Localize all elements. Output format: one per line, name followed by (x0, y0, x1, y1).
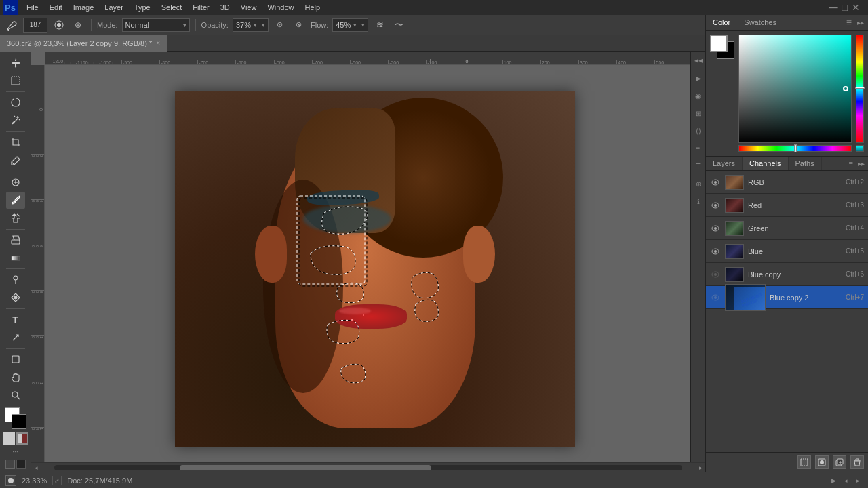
right-panel-icon-4[interactable]: ⟨⟩ (692, 125, 705, 137)
horizontal-scrollbar[interactable]: ◂ ▸ (31, 462, 705, 472)
right-panel-icon-5[interactable]: ≡ (692, 142, 705, 155)
minimize-button[interactable]: ─ (829, 1, 838, 15)
shape-tool[interactable] (6, 351, 25, 368)
layers-panel-menu[interactable]: ≡ (845, 157, 857, 170)
menu-window[interactable]: Window (262, 2, 298, 13)
swatches-tab[interactable]: Swatches (741, 18, 779, 26)
channel-visibility-green[interactable] (710, 223, 721, 234)
brush-size-dropdown[interactable]: 187 (23, 18, 47, 33)
scroll-left-btn[interactable]: ◂ (31, 464, 41, 472)
right-panel-icon-3[interactable]: ⊞ (692, 107, 705, 119)
hue-v-thumb[interactable] (855, 87, 865, 89)
right-panel-icon-2[interactable]: ◉ (692, 89, 705, 102)
menu-select[interactable]: Select (157, 2, 187, 13)
canvas-image[interactable] (175, 91, 575, 447)
saturation-slider[interactable] (856, 145, 864, 152)
channel-row-red[interactable]: Red Ctrl+3 (706, 194, 868, 217)
new-channel-btn[interactable] (833, 455, 846, 469)
eraser-tool[interactable] (6, 231, 25, 248)
hue-slider[interactable] (738, 145, 852, 152)
flow-input[interactable]: 45% ▾ (332, 18, 368, 32)
channel-visibility-bluecopy[interactable] (710, 269, 721, 280)
foreground-color[interactable] (710, 35, 728, 52)
menu-file[interactable]: File (22, 2, 43, 13)
layers-panel-collapse[interactable]: ▸▸ (857, 160, 868, 167)
menu-help[interactable]: Help (300, 2, 326, 13)
magic-wand-tool[interactable] (6, 112, 25, 129)
canvas-viewport[interactable] (45, 65, 705, 472)
save-selection-channel-btn[interactable] (815, 455, 829, 469)
healing-brush-tool[interactable] (6, 174, 25, 190)
hue-vertical-slider[interactable] (856, 35, 864, 143)
channel-visibility-bluecopy2[interactable] (710, 292, 721, 303)
channel-row-bluecopy[interactable]: Blue copy Ctrl+6 (706, 263, 868, 286)
enable-airbrush-btn[interactable]: ≋ (372, 18, 387, 33)
menu-type[interactable]: Type (130, 2, 155, 13)
tab-channels[interactable]: Channels (743, 157, 788, 170)
clone-stamp-tool[interactable] (6, 209, 25, 226)
crop-tool[interactable] (6, 134, 25, 151)
right-panel-icon-7[interactable]: ⊕ (692, 178, 705, 190)
channel-row-green[interactable]: Green Ctrl+4 (706, 217, 868, 240)
select-marquee-tool[interactable] (6, 72, 25, 89)
pen-tool[interactable] (6, 289, 25, 306)
channel-row-rgb[interactable]: RGB Ctrl+2 (706, 171, 868, 194)
menu-image[interactable]: Image (68, 2, 99, 13)
channel-row-bluecopy2[interactable]: ФОТОШОПМАСТЕР Blue copy 2 Ctrl+7 (706, 286, 868, 309)
h-scroll-track[interactable] (54, 465, 682, 470)
smoothing-btn[interactable]: 〜 (391, 18, 406, 33)
channel-row-blue[interactable]: Blue Ctrl+5 (706, 240, 868, 263)
background-color-swatch[interactable] (12, 414, 26, 429)
move-tool[interactable] (6, 54, 25, 71)
close-button[interactable]: ✕ (852, 2, 860, 13)
maximize-button[interactable]: □ (842, 2, 848, 13)
color-tab[interactable]: Color (710, 18, 733, 26)
menu-edit[interactable]: Edit (45, 2, 67, 13)
menu-layer[interactable]: Layer (100, 2, 128, 13)
next-frame[interactable]: ▸ (853, 476, 863, 485)
zoom-tool[interactable] (6, 387, 25, 404)
menu-view[interactable]: View (236, 2, 262, 13)
opacity-input[interactable]: 37% ▾ (233, 18, 269, 32)
h-scroll-thumb[interactable] (180, 465, 431, 470)
screen-mode-btn[interactable] (5, 460, 15, 469)
gradient-tool[interactable] (6, 249, 25, 266)
right-panel-icon-8[interactable]: ℹ (692, 195, 705, 207)
text-tool[interactable]: T (6, 311, 25, 328)
brush-tool[interactable] (6, 192, 25, 209)
lasso-tool[interactable] (6, 94, 25, 111)
hue-slider-thumb[interactable] (794, 144, 797, 152)
quick-mask-indicator[interactable] (5, 475, 16, 486)
delete-channel-btn[interactable] (850, 455, 864, 469)
screen-mode-btn2[interactable] (16, 460, 26, 469)
collapse-panel-icon[interactable]: ◂◂ (692, 54, 705, 66)
standard-mode-btn[interactable] (3, 432, 15, 445)
tab-layers[interactable]: Layers (706, 157, 743, 170)
color-picker-crosshair[interactable] (843, 86, 848, 92)
color-spectrum-box[interactable] (738, 35, 852, 143)
opacity-jitter-icon[interactable]: ⊘ (273, 18, 288, 33)
right-panel-icon-6[interactable]: T (692, 160, 705, 172)
channel-visibility-red[interactable] (710, 200, 721, 211)
hand-tool[interactable] (6, 369, 25, 386)
quick-mask-btn[interactable] (16, 432, 28, 445)
load-channel-selection-btn[interactable] (797, 455, 811, 469)
document-tab[interactable]: 360.cr2 @ 23,3% (Layer 2 copy 9, RGB/8) … (0, 35, 167, 52)
eyedropper-tool[interactable] (6, 152, 25, 169)
tab-paths[interactable]: Paths (789, 157, 822, 170)
zoom-expand-btn[interactable]: ⤢ (52, 476, 62, 485)
tab-close-button[interactable]: × (156, 39, 160, 47)
brush-tool-icon[interactable] (4, 18, 19, 33)
color-panel-menu[interactable]: ≡ (846, 17, 852, 28)
flow-jitter-icon[interactable]: ⊗ (292, 18, 307, 33)
extras-tool[interactable]: ··· (6, 447, 25, 458)
right-panel-icon-1[interactable]: ▶ (692, 72, 705, 84)
scroll-right-btn[interactable]: ▸ (696, 464, 705, 472)
foreground-background-colors[interactable] (5, 407, 26, 429)
dodge-tool[interactable] (6, 271, 25, 288)
menu-filter[interactable]: Filter (188, 2, 214, 13)
brush-preset-picker[interactable] (52, 18, 66, 33)
fg-bg-color-selector[interactable] (710, 35, 734, 59)
menu-3d[interactable]: 3D (216, 2, 235, 13)
prev-frame[interactable]: ◂ (841, 476, 850, 485)
